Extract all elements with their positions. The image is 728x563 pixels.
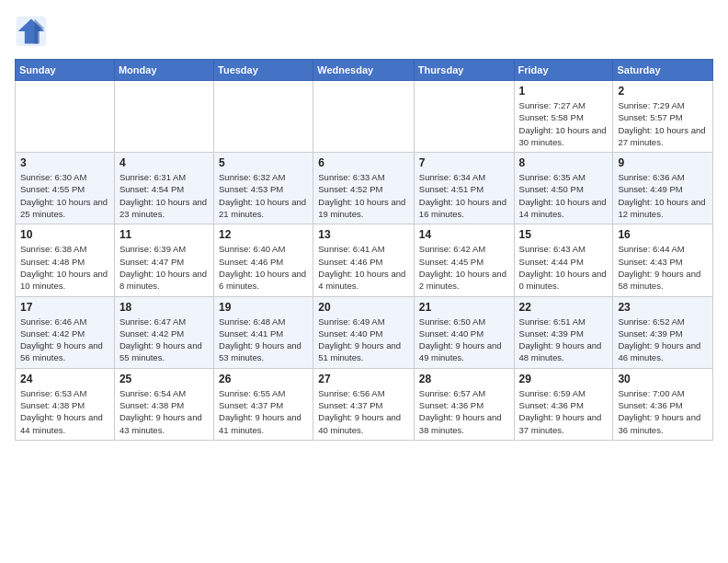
calendar-cell: 20Sunrise: 6:49 AM Sunset: 4:40 PM Dayli… bbox=[313, 296, 415, 368]
calendar-cell: 4Sunrise: 6:31 AM Sunset: 4:54 PM Daylig… bbox=[114, 153, 213, 224]
calendar-cell: 16Sunrise: 6:44 AM Sunset: 4:43 PM Dayli… bbox=[613, 224, 713, 296]
logo bbox=[15, 15, 53, 48]
day-info: Sunrise: 6:38 AM Sunset: 4:48 PM Dayligh… bbox=[20, 243, 109, 292]
calendar-cell bbox=[414, 81, 514, 153]
day-info: Sunrise: 6:51 AM Sunset: 4:39 PM Dayligh… bbox=[519, 316, 609, 364]
calendar-cell: 2Sunrise: 7:29 AM Sunset: 5:57 PM Daylig… bbox=[613, 81, 713, 153]
calendar-cell: 14Sunrise: 6:42 AM Sunset: 4:45 PM Dayli… bbox=[414, 224, 514, 296]
day-info: Sunrise: 6:31 AM Sunset: 4:54 PM Dayligh… bbox=[119, 171, 209, 220]
calendar-cell: 27Sunrise: 6:56 AM Sunset: 4:37 PM Dayli… bbox=[313, 368, 415, 440]
day-number: 1 bbox=[519, 85, 609, 98]
calendar-cell: 12Sunrise: 6:40 AM Sunset: 4:46 PM Dayli… bbox=[214, 224, 313, 296]
day-info: Sunrise: 6:57 AM Sunset: 4:36 PM Dayligh… bbox=[419, 387, 509, 436]
calendar-cell bbox=[214, 81, 313, 153]
calendar-cell: 10Sunrise: 6:38 AM Sunset: 4:48 PM Dayli… bbox=[16, 224, 115, 296]
day-number: 13 bbox=[318, 228, 409, 241]
weekday-header: Friday bbox=[514, 60, 613, 81]
day-info: Sunrise: 6:35 AM Sunset: 4:50 PM Dayligh… bbox=[519, 171, 609, 220]
day-info: Sunrise: 6:33 AM Sunset: 4:52 PM Dayligh… bbox=[318, 171, 409, 220]
calendar-cell: 23Sunrise: 6:52 AM Sunset: 4:39 PM Dayli… bbox=[613, 296, 713, 368]
day-number: 27 bbox=[318, 373, 409, 385]
weekday-header: Tuesday bbox=[214, 60, 313, 81]
day-number: 6 bbox=[318, 156, 409, 169]
day-number: 29 bbox=[519, 373, 609, 385]
day-number: 26 bbox=[219, 373, 308, 385]
day-info: Sunrise: 6:44 AM Sunset: 4:43 PM Dayligh… bbox=[618, 243, 708, 292]
weekday-header: Wednesday bbox=[313, 60, 415, 81]
day-number: 10 bbox=[20, 228, 109, 241]
day-info: Sunrise: 6:52 AM Sunset: 4:39 PM Dayligh… bbox=[618, 316, 708, 364]
calendar-cell: 13Sunrise: 6:41 AM Sunset: 4:46 PM Dayli… bbox=[313, 224, 415, 296]
day-number: 12 bbox=[219, 228, 308, 241]
day-info: Sunrise: 6:55 AM Sunset: 4:37 PM Dayligh… bbox=[219, 387, 308, 436]
calendar-cell: 3Sunrise: 6:30 AM Sunset: 4:55 PM Daylig… bbox=[16, 153, 115, 224]
day-info: Sunrise: 6:54 AM Sunset: 4:38 PM Dayligh… bbox=[119, 387, 209, 436]
page-header bbox=[15, 15, 713, 48]
day-number: 7 bbox=[419, 156, 509, 169]
calendar-cell: 28Sunrise: 6:57 AM Sunset: 4:36 PM Dayli… bbox=[414, 368, 514, 440]
day-info: Sunrise: 6:47 AM Sunset: 4:42 PM Dayligh… bbox=[119, 316, 209, 364]
day-info: Sunrise: 6:46 AM Sunset: 4:42 PM Dayligh… bbox=[20, 316, 109, 364]
day-number: 30 bbox=[618, 373, 708, 385]
calendar-week-row: 24Sunrise: 6:53 AM Sunset: 4:38 PM Dayli… bbox=[16, 368, 713, 440]
calendar-cell: 1Sunrise: 7:27 AM Sunset: 5:58 PM Daylig… bbox=[514, 81, 613, 153]
calendar-cell: 30Sunrise: 7:00 AM Sunset: 4:36 PM Dayli… bbox=[613, 368, 713, 440]
calendar-header-row: SundayMondayTuesdayWednesdayThursdayFrid… bbox=[16, 60, 713, 81]
calendar-cell bbox=[313, 81, 415, 153]
calendar-week-row: 17Sunrise: 6:46 AM Sunset: 4:42 PM Dayli… bbox=[16, 296, 713, 368]
day-number: 21 bbox=[419, 301, 509, 314]
weekday-header: Saturday bbox=[613, 60, 713, 81]
calendar-cell: 18Sunrise: 6:47 AM Sunset: 4:42 PM Dayli… bbox=[114, 296, 213, 368]
calendar-cell: 24Sunrise: 6:53 AM Sunset: 4:38 PM Dayli… bbox=[16, 368, 115, 440]
day-number: 20 bbox=[318, 301, 409, 314]
day-number: 16 bbox=[618, 228, 708, 241]
calendar-cell: 7Sunrise: 6:34 AM Sunset: 4:51 PM Daylig… bbox=[414, 153, 514, 224]
calendar-cell: 19Sunrise: 6:48 AM Sunset: 4:41 PM Dayli… bbox=[214, 296, 313, 368]
calendar-cell: 15Sunrise: 6:43 AM Sunset: 4:44 PM Dayli… bbox=[514, 224, 613, 296]
day-info: Sunrise: 6:56 AM Sunset: 4:37 PM Dayligh… bbox=[318, 387, 409, 436]
calendar-table: SundayMondayTuesdayWednesdayThursdayFrid… bbox=[15, 59, 713, 441]
weekday-header: Sunday bbox=[16, 60, 115, 81]
calendar-cell: 17Sunrise: 6:46 AM Sunset: 4:42 PM Dayli… bbox=[16, 296, 115, 368]
day-number: 8 bbox=[519, 156, 609, 169]
day-info: Sunrise: 6:32 AM Sunset: 4:53 PM Dayligh… bbox=[219, 171, 308, 220]
day-info: Sunrise: 6:41 AM Sunset: 4:46 PM Dayligh… bbox=[318, 243, 409, 292]
calendar-cell: 8Sunrise: 6:35 AM Sunset: 4:50 PM Daylig… bbox=[514, 153, 613, 224]
day-info: Sunrise: 7:27 AM Sunset: 5:58 PM Dayligh… bbox=[519, 99, 609, 148]
day-number: 28 bbox=[419, 373, 509, 385]
day-number: 22 bbox=[519, 301, 609, 314]
day-info: Sunrise: 6:49 AM Sunset: 4:40 PM Dayligh… bbox=[318, 316, 409, 364]
calendar-cell: 11Sunrise: 6:39 AM Sunset: 4:47 PM Dayli… bbox=[114, 224, 213, 296]
logo-icon bbox=[15, 15, 48, 48]
calendar-cell: 21Sunrise: 6:50 AM Sunset: 4:40 PM Dayli… bbox=[414, 296, 514, 368]
day-info: Sunrise: 6:30 AM Sunset: 4:55 PM Dayligh… bbox=[20, 171, 109, 220]
calendar-week-row: 3Sunrise: 6:30 AM Sunset: 4:55 PM Daylig… bbox=[16, 153, 713, 224]
day-number: 17 bbox=[20, 301, 109, 314]
day-info: Sunrise: 6:53 AM Sunset: 4:38 PM Dayligh… bbox=[20, 387, 109, 436]
day-number: 11 bbox=[119, 228, 209, 241]
calendar-cell: 29Sunrise: 6:59 AM Sunset: 4:36 PM Dayli… bbox=[514, 368, 613, 440]
day-info: Sunrise: 6:50 AM Sunset: 4:40 PM Dayligh… bbox=[419, 316, 509, 364]
calendar-cell: 5Sunrise: 6:32 AM Sunset: 4:53 PM Daylig… bbox=[214, 153, 313, 224]
day-number: 24 bbox=[20, 373, 109, 385]
day-info: Sunrise: 6:42 AM Sunset: 4:45 PM Dayligh… bbox=[419, 243, 509, 292]
calendar-cell: 22Sunrise: 6:51 AM Sunset: 4:39 PM Dayli… bbox=[514, 296, 613, 368]
day-number: 5 bbox=[219, 156, 308, 169]
calendar-cell: 26Sunrise: 6:55 AM Sunset: 4:37 PM Dayli… bbox=[214, 368, 313, 440]
day-info: Sunrise: 7:29 AM Sunset: 5:57 PM Dayligh… bbox=[618, 99, 708, 148]
calendar-week-row: 1Sunrise: 7:27 AM Sunset: 5:58 PM Daylig… bbox=[16, 81, 713, 153]
day-info: Sunrise: 6:59 AM Sunset: 4:36 PM Dayligh… bbox=[519, 387, 609, 436]
day-number: 23 bbox=[618, 301, 708, 314]
day-number: 4 bbox=[119, 156, 209, 169]
day-info: Sunrise: 7:00 AM Sunset: 4:36 PM Dayligh… bbox=[618, 387, 708, 436]
calendar-cell: 9Sunrise: 6:36 AM Sunset: 4:49 PM Daylig… bbox=[613, 153, 713, 224]
day-number: 18 bbox=[119, 301, 209, 314]
day-info: Sunrise: 6:48 AM Sunset: 4:41 PM Dayligh… bbox=[219, 316, 308, 364]
calendar-cell: 6Sunrise: 6:33 AM Sunset: 4:52 PM Daylig… bbox=[313, 153, 415, 224]
day-number: 3 bbox=[20, 156, 109, 169]
calendar-cell bbox=[114, 81, 213, 153]
day-info: Sunrise: 6:40 AM Sunset: 4:46 PM Dayligh… bbox=[219, 243, 308, 292]
day-info: Sunrise: 6:43 AM Sunset: 4:44 PM Dayligh… bbox=[519, 243, 609, 292]
day-number: 14 bbox=[419, 228, 509, 241]
weekday-header: Monday bbox=[114, 60, 213, 81]
